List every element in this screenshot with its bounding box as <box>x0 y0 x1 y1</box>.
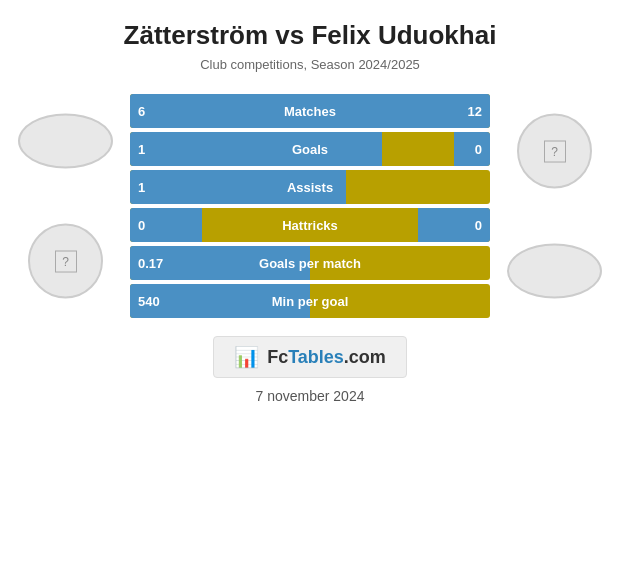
logo-box: 📊 FcTables.com <box>213 336 407 378</box>
stat-label: Goals per match <box>259 256 361 271</box>
player-right-placeholder-top: ? <box>544 140 566 162</box>
stat-label: Goals <box>292 142 328 157</box>
stat-value-right: 12 <box>468 104 482 119</box>
stat-value-left: 540 <box>138 294 160 309</box>
stat-value-left: 1 <box>138 180 145 195</box>
player-left-avatar-bottom: ? <box>28 224 103 299</box>
stats-section: ? ? Matches612Goals10Assists1Hattricks00… <box>0 94 620 318</box>
stat-label: Hattricks <box>282 218 338 233</box>
stat-value-left: 0.17 <box>138 256 163 271</box>
stat-value-left: 1 <box>138 142 145 157</box>
player-right-avatar-top: ? <box>517 114 592 189</box>
stat-value-right: 0 <box>475 218 482 233</box>
stat-label: Matches <box>284 104 336 119</box>
logo-tables: Tables <box>288 347 344 367</box>
stat-left-fill <box>130 94 256 128</box>
player-left-placeholder: ? <box>55 250 77 272</box>
stat-value-left: 0 <box>138 218 145 233</box>
logo-section: 📊 FcTables.com 7 november 2024 <box>213 336 407 404</box>
stat-row: Assists1 <box>130 170 490 204</box>
stat-row: Hattricks00 <box>130 208 490 242</box>
stat-right-fill <box>454 132 490 166</box>
player-right-avatar-bottom <box>507 244 602 299</box>
stats-rows: Matches612Goals10Assists1Hattricks00Goal… <box>130 94 490 318</box>
page-container: Zätterström vs Felix Uduokhai Club compe… <box>0 0 620 580</box>
stat-value-left: 6 <box>138 104 145 119</box>
stat-row: Goals per match0.17 <box>130 246 490 280</box>
stat-value-right: 0 <box>475 142 482 157</box>
logo-icon: 📊 <box>234 345 259 369</box>
date-label: 7 november 2024 <box>256 388 365 404</box>
player-left-avatar-top <box>18 114 113 169</box>
stat-label: Assists <box>287 180 333 195</box>
player-right-avatars: ? <box>507 114 602 299</box>
stat-row: Matches612 <box>130 94 490 128</box>
stat-left-fill <box>130 132 382 166</box>
stat-label: Min per goal <box>272 294 349 309</box>
page-subtitle: Club competitions, Season 2024/2025 <box>200 57 420 72</box>
page-title: Zätterström vs Felix Uduokhai <box>124 20 497 51</box>
logo-text: FcTables.com <box>267 347 386 368</box>
stat-row: Min per goal540 <box>130 284 490 318</box>
stat-row: Goals10 <box>130 132 490 166</box>
player-left-avatars: ? <box>18 114 113 299</box>
